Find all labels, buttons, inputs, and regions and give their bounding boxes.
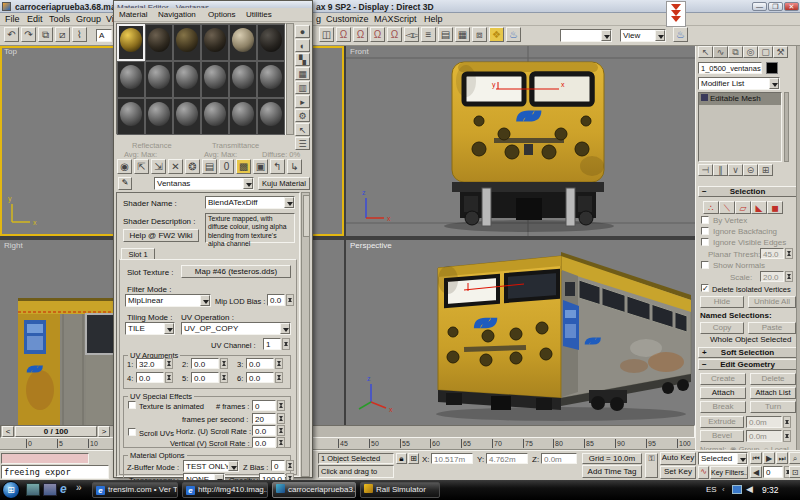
put-to-scene-icon[interactable]: ⇱ xyxy=(134,159,149,174)
key-filters-button[interactable]: Key Filters... xyxy=(710,466,748,479)
copy-button[interactable]: Copy xyxy=(700,322,744,334)
maxscript-listener-pink[interactable] xyxy=(1,453,89,464)
tiling-mode-dropdown[interactable]: TILE xyxy=(125,322,175,335)
uv-arg-field-1[interactable]: 32.0 xyxy=(136,358,164,369)
tab-utilities[interactable]: ⚒ xyxy=(773,46,788,58)
frames-spinner[interactable] xyxy=(277,400,285,411)
key-curve-icon[interactable]: ∿ xyxy=(698,466,709,479)
quick-launch-icon-2[interactable] xyxy=(43,483,57,496)
menu-edit[interactable]: Edit xyxy=(27,14,43,24)
time-slider-handle[interactable]: 0 / 100 xyxy=(15,426,97,437)
taskbar-window-img410[interactable]: ehttp://img410.imag... xyxy=(182,482,268,498)
tab-hierarchy[interactable]: ⧉ xyxy=(728,46,743,58)
schematic-view-icon[interactable]: ⧈ xyxy=(472,27,487,42)
layer-manager-icon[interactable]: ▤ xyxy=(438,27,453,42)
track-bar[interactable]: 05104550556065707580859095100 xyxy=(0,438,695,450)
me-menu-material[interactable]: Material xyxy=(119,10,147,19)
quick-launch-icon-1[interactable] xyxy=(26,483,40,496)
help-fw2-wiki-button[interactable]: Help @ FW2 Wiki xyxy=(123,229,199,242)
material-sample-slot[interactable] xyxy=(201,24,229,61)
render-setup-icon[interactable]: ♨ xyxy=(506,27,521,42)
texture-animated-checkbox[interactable] xyxy=(128,401,136,409)
redo-icon[interactable]: ↷ xyxy=(21,27,36,42)
uv-channel-spinner[interactable] xyxy=(282,338,290,350)
time-slider-next-button[interactable]: > xyxy=(98,426,110,437)
select-and-link-icon[interactable]: ⧉ xyxy=(38,27,53,42)
show-end-result-stack-icon[interactable]: ∥ xyxy=(713,164,728,176)
vertex-subobject-icon[interactable]: ∴ xyxy=(703,201,719,214)
uv-arg-spinner[interactable] xyxy=(165,358,173,369)
video-color-check-icon[interactable]: ▥ xyxy=(295,81,310,94)
menu-help[interactable]: Help xyxy=(424,14,443,24)
command-panel-scrollbar[interactable] xyxy=(796,46,800,450)
tab-motion[interactable]: ◎ xyxy=(743,46,758,58)
autogrid-cube-icon[interactable]: ◫ xyxy=(319,27,334,42)
horiz-scroll-spinner[interactable] xyxy=(277,425,285,436)
x-coord-field[interactable]: 10.517m xyxy=(431,453,473,464)
scale-field[interactable]: 20.0 xyxy=(760,271,784,282)
scroll-uvs-checkbox[interactable] xyxy=(128,428,136,436)
taskbar-window-trensim[interactable]: etrensim.com • Ver T... xyxy=(92,482,178,498)
material-sample-slot[interactable] xyxy=(117,98,145,135)
bind-to-space-warp-icon[interactable]: ⌇ xyxy=(72,27,87,42)
menu-maxscript[interactable]: MAXScript xyxy=(374,14,417,24)
select-by-material-icon[interactable]: ↖ xyxy=(295,123,310,136)
material-sample-slot[interactable] xyxy=(229,61,257,98)
parameters-scrollbar[interactable] xyxy=(301,192,310,477)
get-material-icon[interactable]: ◉ xyxy=(117,159,132,174)
show-end-result-icon[interactable]: ▣ xyxy=(253,159,268,174)
z-coord-field[interactable]: 0.0m xyxy=(541,453,577,464)
sample-uv-tiling-icon[interactable]: ▦ xyxy=(295,67,310,80)
modifier-list-dropdown[interactable]: Modifier List xyxy=(698,77,780,90)
material-sample-slot[interactable] xyxy=(229,98,257,135)
uv-channel-field[interactable]: 1 xyxy=(263,338,281,350)
render-teapot-icon[interactable]: ♨ xyxy=(673,27,688,42)
edit-geometry-rollout-header[interactable]: −Edit Geometry xyxy=(698,359,797,370)
spinner-snap-icon[interactable]: Ω xyxy=(387,27,402,42)
y-coord-field[interactable]: 4.762m xyxy=(486,453,528,464)
material-sample-slot[interactable] xyxy=(173,61,201,98)
background-icon[interactable]: ▚ xyxy=(295,53,310,66)
planar-thresh-field[interactable]: 45.0 xyxy=(760,248,784,259)
me-menu-options[interactable]: Options xyxy=(208,10,236,19)
remove-modifier-icon[interactable]: ⊝ xyxy=(743,164,758,176)
uv-arg-field-2[interactable]: 0.0 xyxy=(191,358,219,369)
zbias-spinner[interactable] xyxy=(286,460,294,471)
element-subobject-icon[interactable]: ◼ xyxy=(767,201,783,214)
time-slider-prev-button[interactable]: < xyxy=(2,426,14,437)
make-unique-stack-icon[interactable]: ∨ xyxy=(728,164,743,176)
stack-item-editable-mesh[interactable]: Editable Mesh xyxy=(699,93,781,105)
close-button[interactable]: ✕ xyxy=(784,2,799,11)
current-frame-field[interactable]: 0 xyxy=(763,466,783,478)
delete-button[interactable]: Delete xyxy=(750,373,796,385)
fps-field[interactable]: 20 xyxy=(252,413,276,424)
uv-arg-field-3[interactable]: 0.0 xyxy=(246,358,274,369)
mip-lod-bias-field[interactable]: 0.0 xyxy=(267,294,285,306)
sample-type-icon[interactable]: ● xyxy=(295,25,310,38)
configure-modifier-sets-icon[interactable]: ⊞ xyxy=(758,164,773,176)
selection-set-dropdown[interactable]: Selected xyxy=(698,452,748,465)
material-type-button[interactable]: Kuju Material xyxy=(258,177,310,190)
assign-to-selection-icon[interactable]: ⇲ xyxy=(151,159,166,174)
zbuffer-mode-dropdown[interactable]: TEST ONLY xyxy=(183,460,239,472)
tray-volume-icon[interactable]: ◀ xyxy=(746,484,753,494)
viewport-front[interactable]: y x xyxy=(346,46,695,236)
hide-button[interactable]: Hide xyxy=(700,296,744,308)
go-to-end-icon[interactable]: ⏭︎ xyxy=(776,452,788,464)
uv-arg-spinner[interactable] xyxy=(220,372,228,383)
turn-button[interactable]: Turn xyxy=(750,401,796,413)
make-preview-icon[interactable]: ▸ xyxy=(295,95,310,108)
absolute-mode-icon[interactable]: ⊞ xyxy=(408,453,419,464)
bevel-field[interactable]: 0.0m xyxy=(746,430,782,442)
tab-display[interactable]: ▢ xyxy=(758,46,773,58)
pin-stack-icon[interactable]: ⊣ xyxy=(698,164,713,176)
angle-snap-icon[interactable]: Ω xyxy=(353,27,368,42)
download-arrows-icon[interactable] xyxy=(666,1,686,27)
vert-scroll-field[interactable]: 0.0 xyxy=(252,437,276,448)
uv-arg-spinner[interactable] xyxy=(275,372,283,383)
play-animation-icon[interactable]: ▶ xyxy=(763,452,775,464)
material-sample-slot[interactable] xyxy=(257,61,285,98)
show-normals-checkbox[interactable] xyxy=(701,261,709,269)
time-slider[interactable]: < 0 / 100 > xyxy=(0,425,695,438)
break-button[interactable]: Break xyxy=(700,401,746,413)
